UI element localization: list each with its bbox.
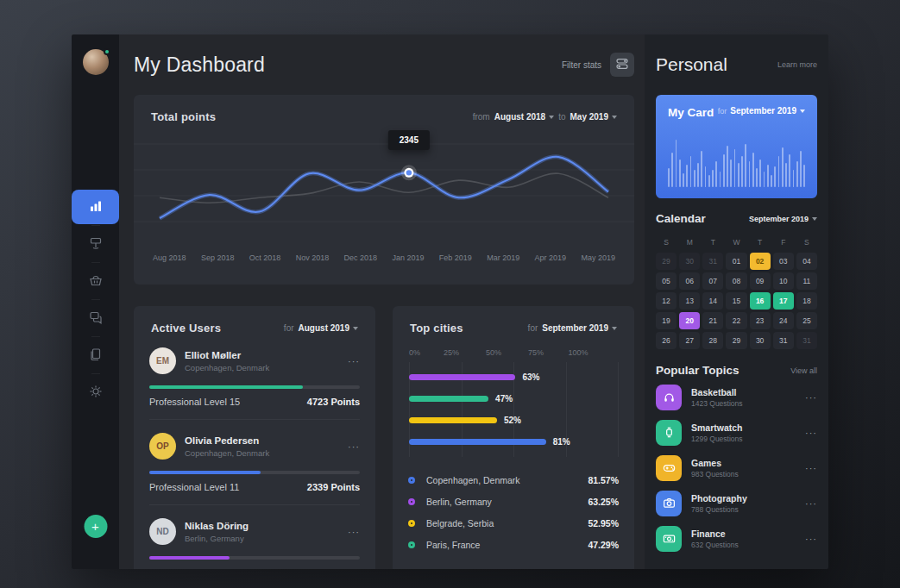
- calendar-date[interactable]: 12: [656, 292, 677, 310]
- calendar-date[interactable]: 31: [796, 332, 817, 349]
- personal-panel: Personal Learn more My Card for Septembe…: [645, 34, 828, 569]
- calendar-period-dropdown[interactable]: September 2019: [749, 215, 817, 223]
- equalizer-bar: [727, 146, 728, 187]
- calendar-day-header: T: [702, 235, 723, 250]
- calendar-date[interactable]: 28: [702, 332, 723, 349]
- chevron-down-icon: [812, 217, 817, 221]
- sidebar-item-shop[interactable]: [72, 264, 119, 298]
- from-date-dropdown[interactable]: August 2018: [494, 112, 554, 122]
- active-users-title: Active Users: [151, 322, 221, 335]
- sidebar: +: [72, 34, 119, 569]
- filter-stats: Filter stats: [562, 53, 634, 77]
- calendar-date[interactable]: 31: [773, 332, 794, 349]
- from-label: from: [473, 112, 490, 122]
- calendar-date[interactable]: 06: [679, 272, 700, 290]
- calendar-date[interactable]: 05: [656, 272, 677, 290]
- calendar-date[interactable]: 10: [773, 272, 794, 290]
- user-menu-button[interactable]: ···: [348, 527, 360, 537]
- calendar-date[interactable]: 02: [750, 253, 771, 270]
- calendar-date[interactable]: 16: [750, 292, 771, 310]
- user-avatar: ND: [149, 518, 176, 545]
- calendar-date[interactable]: 09: [750, 272, 771, 290]
- chevron-down-icon: [800, 109, 805, 113]
- view-all-link[interactable]: View all: [790, 366, 817, 375]
- calendar-title: Calendar: [656, 212, 706, 225]
- calendar-date[interactable]: 25: [796, 312, 817, 329]
- equalizer-bar: [712, 170, 714, 187]
- x-axis-label: Apr 2019: [535, 253, 567, 262]
- topic-row[interactable]: Finance632 Questions···: [656, 523, 817, 554]
- calendar-date[interactable]: 30: [750, 332, 771, 349]
- topic-menu-button[interactable]: ···: [805, 428, 817, 438]
- calendar-date[interactable]: 01: [726, 253, 746, 270]
- legend-percent: 81.57%: [588, 475, 619, 485]
- city-bar[interactable]: [409, 439, 546, 445]
- calendar-date[interactable]: 26: [656, 332, 677, 349]
- calendar-date[interactable]: 14: [702, 292, 723, 310]
- calendar-date[interactable]: 27: [679, 332, 700, 349]
- calendar-date[interactable]: 22: [726, 312, 746, 329]
- sidebar-item-dashboard[interactable]: [72, 190, 119, 224]
- calendar-date[interactable]: 13: [679, 292, 700, 310]
- city-bar-label: 63%: [522, 372, 539, 382]
- top-cities-period-dropdown[interactable]: September 2019: [542, 323, 617, 333]
- total-points-header: Total points from August 2018 to May 201…: [134, 95, 634, 123]
- city-bar[interactable]: [409, 396, 488, 402]
- my-card[interactable]: My Card for September 2019: [656, 95, 817, 198]
- calendar-date[interactable]: 30: [679, 253, 700, 270]
- city-bar[interactable]: [409, 374, 515, 380]
- filter-stats-button[interactable]: [610, 53, 634, 77]
- sidebar-item-settings[interactable]: [72, 375, 119, 410]
- calendar-date[interactable]: 07: [702, 272, 723, 290]
- x-tick-label: 75%: [528, 348, 544, 357]
- calendar-date[interactable]: 23: [750, 312, 771, 329]
- user-avatar[interactable]: [83, 49, 109, 75]
- top-cities-header: Top cities for September 2019: [393, 306, 634, 335]
- stats-icon: [88, 198, 104, 216]
- calendar-date[interactable]: 21: [702, 312, 723, 329]
- calendar-date[interactable]: 04: [796, 253, 817, 270]
- calendar-date[interactable]: 31: [702, 253, 723, 270]
- topic-row[interactable]: Photography788 Questions···: [656, 488, 817, 518]
- calendar-date[interactable]: 29: [656, 253, 677, 270]
- legend-percent: 52.95%: [588, 518, 619, 529]
- add-button[interactable]: +: [84, 515, 107, 538]
- topic-row[interactable]: Smartwatch1299 Questions···: [656, 417, 817, 447]
- topic-menu-button[interactable]: ···: [805, 392, 817, 403]
- topic-row[interactable]: Basketball1423 Questions···: [656, 382, 817, 412]
- user-menu-button[interactable]: ···: [348, 441, 360, 452]
- calendar-date[interactable]: 17: [773, 292, 794, 310]
- equalizer-bar: [668, 168, 670, 187]
- my-card-period-dropdown[interactable]: September 2019: [730, 106, 805, 116]
- sidebar-item-documents[interactable]: [72, 338, 119, 372]
- nav-divider: [91, 299, 100, 300]
- calendar-date[interactable]: 08: [726, 272, 746, 290]
- topic-menu-button[interactable]: ···: [805, 498, 817, 509]
- learn-more-link[interactable]: Learn more: [777, 60, 817, 69]
- calendar-date[interactable]: 11: [796, 272, 817, 290]
- sidebar-item-messages[interactable]: [72, 301, 119, 335]
- calendar-date[interactable]: 20: [679, 312, 700, 329]
- city-bar[interactable]: [409, 417, 497, 423]
- equalizer-bar: [730, 160, 732, 187]
- equalizer-bar: [715, 161, 717, 187]
- calendar-date[interactable]: 24: [773, 312, 794, 329]
- topic-menu-button[interactable]: ···: [805, 463, 817, 473]
- calendar-date[interactable]: 29: [726, 332, 746, 349]
- equalizer-bar: [774, 166, 776, 187]
- calendar-date[interactable]: 18: [796, 292, 817, 310]
- equalizer-bar: [767, 165, 769, 187]
- gamepad-icon: [656, 455, 682, 481]
- calendar-date[interactable]: 03: [773, 253, 794, 270]
- smartwatch-icon: [656, 420, 682, 446]
- active-users-period-dropdown[interactable]: August 2019: [299, 323, 358, 333]
- calendar-date[interactable]: 15: [726, 292, 746, 310]
- personal-header: Personal Learn more: [656, 34, 817, 95]
- total-points-chart[interactable]: 2345: [134, 128, 634, 245]
- topic-menu-button[interactable]: ···: [805, 534, 817, 544]
- topic-row[interactable]: Games983 Questions···: [656, 453, 817, 483]
- calendar-date[interactable]: 19: [656, 312, 677, 329]
- to-date-dropdown[interactable]: May 2019: [570, 112, 617, 122]
- user-menu-button[interactable]: ···: [348, 356, 360, 366]
- sidebar-item-roadmap[interactable]: [72, 227, 119, 261]
